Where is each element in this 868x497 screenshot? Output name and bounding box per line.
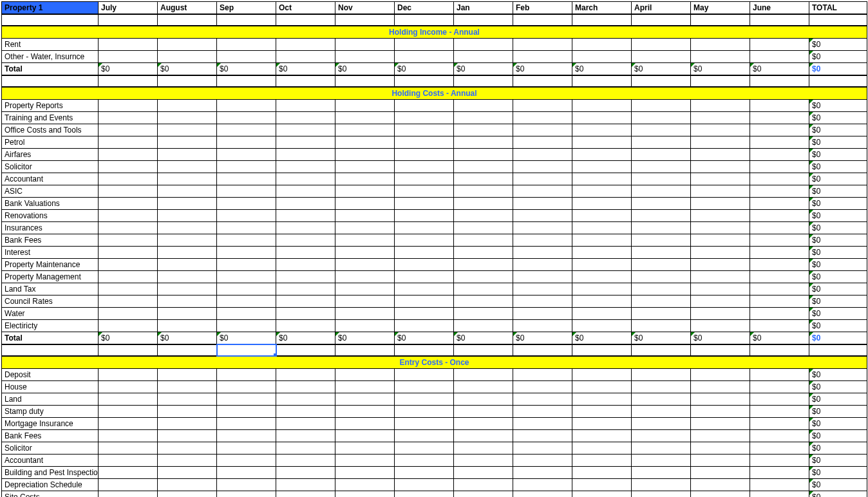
cell[interactable]	[276, 259, 335, 271]
cell[interactable]	[632, 271, 691, 283]
cell[interactable]	[217, 39, 276, 51]
cell[interactable]	[335, 39, 395, 51]
blank-cell[interactable]	[691, 75, 750, 87]
cell[interactable]	[513, 308, 572, 320]
cell[interactable]	[217, 430, 276, 442]
cell[interactable]	[750, 136, 809, 149]
cell[interactable]	[99, 51, 158, 63]
cell[interactable]	[158, 161, 217, 173]
cell[interactable]	[158, 39, 217, 51]
cell[interactable]	[750, 247, 809, 259]
cell[interactable]	[691, 393, 750, 406]
cell[interactable]	[691, 467, 750, 479]
cell[interactable]	[691, 100, 750, 112]
cell[interactable]	[513, 222, 572, 234]
cell[interactable]	[454, 39, 513, 51]
cell[interactable]	[395, 381, 454, 393]
cell[interactable]	[750, 320, 809, 332]
cell[interactable]	[395, 149, 454, 161]
cell[interactable]	[276, 247, 335, 259]
cell[interactable]	[99, 418, 158, 430]
blank-cell[interactable]	[750, 344, 809, 356]
cell[interactable]	[276, 430, 335, 442]
cell[interactable]	[276, 39, 335, 51]
blank-cell[interactable]	[217, 14, 276, 26]
cell[interactable]	[395, 479, 454, 491]
cell[interactable]	[691, 259, 750, 271]
cell[interactable]	[158, 295, 217, 308]
cell[interactable]	[335, 173, 395, 185]
cell[interactable]	[217, 173, 276, 185]
cell[interactable]	[632, 185, 691, 198]
cell[interactable]	[691, 308, 750, 320]
cell[interactable]	[217, 442, 276, 455]
cell[interactable]	[335, 406, 395, 418]
blank-cell[interactable]	[335, 344, 395, 356]
cell[interactable]	[691, 479, 750, 491]
blank-cell[interactable]	[335, 14, 395, 26]
cell[interactable]	[99, 234, 158, 247]
cell[interactable]	[99, 381, 158, 393]
cell[interactable]	[572, 136, 632, 149]
cell[interactable]	[691, 295, 750, 308]
cell[interactable]	[632, 406, 691, 418]
cell[interactable]	[276, 369, 335, 381]
cell[interactable]	[691, 161, 750, 173]
cell[interactable]	[276, 124, 335, 136]
cell[interactable]	[276, 185, 335, 198]
cell[interactable]	[632, 124, 691, 136]
cell[interactable]	[217, 51, 276, 63]
cell[interactable]	[572, 467, 632, 479]
blank-cell[interactable]	[454, 75, 513, 87]
cell[interactable]	[572, 320, 632, 332]
cell[interactable]	[632, 149, 691, 161]
cell[interactable]	[395, 259, 454, 271]
cell[interactable]	[691, 406, 750, 418]
cell[interactable]	[335, 369, 395, 381]
cell[interactable]	[158, 259, 217, 271]
cell[interactable]	[276, 467, 335, 479]
cell[interactable]	[99, 173, 158, 185]
cell[interactable]	[513, 283, 572, 295]
cell[interactable]	[158, 149, 217, 161]
cell[interactable]	[99, 430, 158, 442]
cell[interactable]	[691, 173, 750, 185]
cell[interactable]	[750, 100, 809, 112]
cell[interactable]	[276, 320, 335, 332]
cell[interactable]	[691, 149, 750, 161]
cell[interactable]	[335, 259, 395, 271]
cell[interactable]	[572, 51, 632, 63]
cell[interactable]	[395, 210, 454, 222]
blank-cell[interactable]	[99, 75, 158, 87]
cell[interactable]	[99, 455, 158, 467]
cell[interactable]	[691, 222, 750, 234]
cell[interactable]	[513, 210, 572, 222]
cell[interactable]	[335, 393, 395, 406]
cell[interactable]	[158, 234, 217, 247]
cell[interactable]	[335, 308, 395, 320]
cell[interactable]	[572, 295, 632, 308]
cell[interactable]	[99, 369, 158, 381]
cell[interactable]	[750, 234, 809, 247]
cell[interactable]	[99, 259, 158, 271]
cell[interactable]	[632, 234, 691, 247]
cell[interactable]	[217, 418, 276, 430]
cell[interactable]	[217, 100, 276, 112]
cell[interactable]	[513, 467, 572, 479]
cell[interactable]	[750, 418, 809, 430]
cell[interactable]	[99, 247, 158, 259]
cell[interactable]	[750, 283, 809, 295]
cell[interactable]	[99, 124, 158, 136]
cell[interactable]	[217, 381, 276, 393]
cell[interactable]	[217, 259, 276, 271]
cell[interactable]	[691, 198, 750, 210]
cell[interactable]	[750, 185, 809, 198]
cell[interactable]	[335, 112, 395, 124]
cell[interactable]	[454, 161, 513, 173]
blank-cell[interactable]	[513, 344, 572, 356]
cell[interactable]	[158, 210, 217, 222]
cell[interactable]	[632, 51, 691, 63]
cell[interactable]	[691, 283, 750, 295]
cell[interactable]	[513, 491, 572, 498]
cell[interactable]	[572, 406, 632, 418]
